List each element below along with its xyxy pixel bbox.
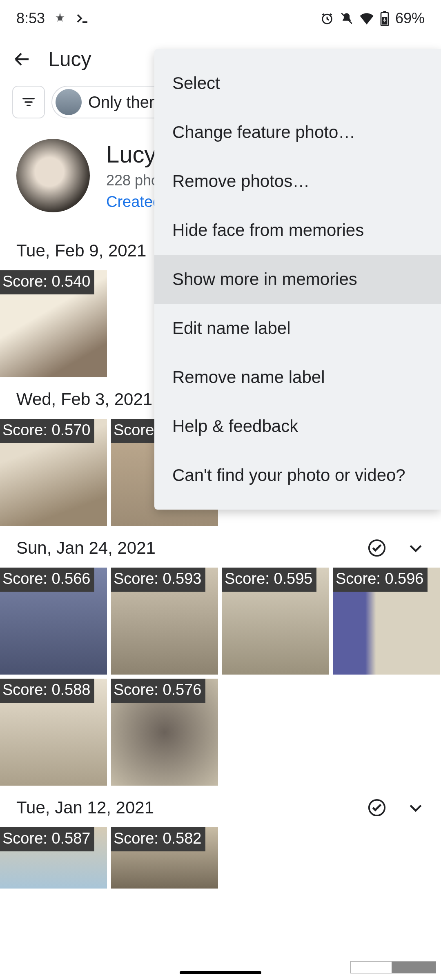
score-label: Score: 0.582 [111,827,205,851]
chip-label: Only them [88,93,163,111]
date-actions [368,798,425,817]
menu-remove-name-label[interactable]: Remove name label [154,353,441,402]
chip-avatar [56,89,82,115]
only-them-chip[interactable]: Only them [51,86,172,118]
photo-tile[interactable]: Score: 0.566 [0,568,107,675]
score-label: Score: 0.596 [333,568,428,592]
score-label: Score: 0.595 [222,568,316,592]
page-title: Lucy [48,47,91,71]
svg-rect-3 [383,11,386,13]
date-label: Sun, Jan 24, 2021 [16,538,156,558]
menu-select[interactable]: Select [154,59,441,108]
photo-tile[interactable]: Score: 0.588 [0,679,107,786]
watermark [350,961,436,973]
menu-change-feature-photo[interactable]: Change feature photo… [154,108,441,157]
photo-tile[interactable]: Score: 0.587 [0,827,107,889]
status-time: 8:53 [16,10,45,27]
checkmark-circle-icon[interactable] [368,539,386,557]
status-right: 69% [320,10,425,27]
date-label: Wed, Feb 3, 2021 [16,390,152,409]
status-bar: 8:53 69% [0,0,441,37]
status-left: 8:53 [16,10,90,27]
wifi-icon [359,12,374,24]
battery-percent: 69% [395,10,425,27]
terminal-icon [75,11,90,26]
chevron-down-icon[interactable] [407,799,425,817]
alarm-icon [320,11,334,25]
score-label: Score: 0.576 [111,679,205,703]
date-header: Tue, Jan 12, 2021 [0,786,441,827]
profile-avatar[interactable] [16,139,90,212]
chevron-down-icon[interactable] [407,539,425,557]
date-actions [368,539,425,557]
date-label: Tue, Jan 12, 2021 [16,798,154,817]
date-label: Tue, Feb 9, 2021 [16,241,146,261]
menu-remove-photos[interactable]: Remove photos… [154,157,441,206]
score-label: Score: 0.588 [0,679,94,703]
menu-help-feedback[interactable]: Help & feedback [154,402,441,451]
photo-tile[interactable]: Score: 0.570 [0,419,107,526]
score-label: Score: 0.540 [0,270,94,294]
photo-tile[interactable]: Score: 0.596 [333,568,440,675]
photos-icon [53,11,67,25]
photo-tile[interactable]: Score: 0.593 [111,568,218,675]
filter-button[interactable] [12,86,45,118]
photo-grid: Score: 0.566 Score: 0.593 Score: 0.595 S… [0,568,441,786]
menu-edit-name-label[interactable]: Edit name label [154,304,441,353]
menu-cant-find[interactable]: Can't find your photo or video? [154,451,441,500]
mute-icon [340,11,354,25]
score-label: Score: 0.593 [111,568,205,592]
photo-grid: Score: 0.587 Score: 0.582 [0,827,441,889]
checkmark-circle-icon[interactable] [368,798,386,817]
photo-tile[interactable]: Score: 0.582 [111,827,218,889]
score-label: Score: 0.570 [0,419,94,443]
overflow-menu: Select Change feature photo… Remove phot… [154,49,441,510]
battery-icon [380,11,390,26]
photo-tile[interactable]: Score: 0.576 [111,679,218,786]
date-header: Sun, Jan 24, 2021 [0,526,441,568]
home-indicator[interactable] [180,971,261,974]
score-label: Score: 0.566 [0,568,94,592]
svg-point-0 [58,16,62,20]
menu-hide-face[interactable]: Hide face from memories [154,206,441,255]
menu-show-more-memories[interactable]: Show more in memories [154,255,441,304]
photo-tile[interactable]: Score: 0.595 [222,568,329,675]
photo-tile[interactable]: Score: 0.540 [0,270,107,377]
score-label: Score: 0.587 [0,827,94,851]
back-arrow-icon[interactable] [12,49,32,69]
